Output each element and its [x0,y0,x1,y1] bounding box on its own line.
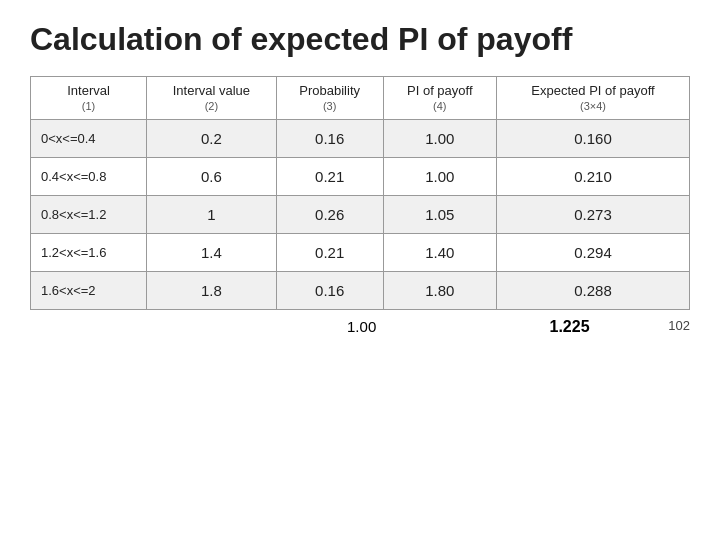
col-header-interval: Interval (1) [31,77,147,120]
cell-expected: 0.294 [497,234,690,272]
total-probability: 1.00 [312,314,411,336]
col-header-interval-value: Interval value (2) [147,77,277,120]
cell-probability: 0.16 [276,272,383,310]
cell-expected: 0.273 [497,196,690,234]
cell-probability: 0.26 [276,196,383,234]
table-row: 1.2<x<=1.61.40.211.400.294 [31,234,690,272]
table-row: 1.6<x<=21.80.161.800.288 [31,272,690,310]
cell-pi: 1.40 [383,234,496,272]
cell-pi: 1.05 [383,196,496,234]
table-row: 0.4<x<=0.80.60.211.000.210 [31,158,690,196]
calculation-table: Interval (1) Interval value (2) Probabil… [30,76,690,310]
cell-value: 0.6 [147,158,277,196]
page-title: Calculation of expected PI of payoff [30,20,690,58]
table-row: 0.8<x<=1.210.261.050.273 [31,196,690,234]
cell-probability: 0.21 [276,158,383,196]
cell-expected: 0.160 [497,120,690,158]
page-number: 102 [624,314,690,336]
table-header-row: Interval (1) Interval value (2) Probabil… [31,77,690,120]
main-table-container: Interval (1) Interval value (2) Probabil… [30,76,690,336]
cell-expected: 0.288 [497,272,690,310]
cell-pi: 1.80 [383,272,496,310]
cell-value: 1 [147,196,277,234]
cell-value: 1.4 [147,234,277,272]
total-expected: 1.225 [520,314,619,336]
cell-interval: 1.2<x<=1.6 [31,234,147,272]
cell-expected: 0.210 [497,158,690,196]
cell-probability: 0.16 [276,120,383,158]
cell-value: 1.8 [147,272,277,310]
col-header-probability: Probability (3) [276,77,383,120]
cell-pi: 1.00 [383,158,496,196]
cell-interval: 0<x<=0.4 [31,120,147,158]
col-header-pi-of-payoff: PI of payoff (4) [383,77,496,120]
cell-interval: 1.6<x<=2 [31,272,147,310]
cell-value: 0.2 [147,120,277,158]
table-row: 0<x<=0.40.20.161.000.160 [31,120,690,158]
cell-interval: 0.4<x<=0.8 [31,158,147,196]
cell-interval: 0.8<x<=1.2 [31,196,147,234]
cell-pi: 1.00 [383,120,496,158]
totals-row: 1.00 1.225 102 [30,310,690,336]
cell-probability: 0.21 [276,234,383,272]
col-header-expected-pi: Expected PI of payoff (3×4) [497,77,690,120]
